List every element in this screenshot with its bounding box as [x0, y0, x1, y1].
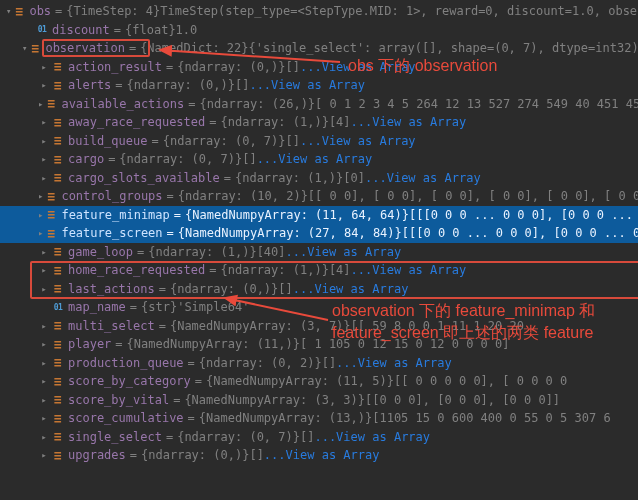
list-icon — [51, 374, 65, 388]
equals-sign: = — [188, 97, 195, 111]
tree-row-upgrades[interactable]: ▸upgrades = {ndarray: (0,)} []...View as… — [0, 446, 638, 465]
tree-row-feature_minimap[interactable]: ▸feature_minimap = {NamedNumpyArray: (11… — [0, 206, 638, 225]
chevron-right-icon[interactable]: ▸ — [38, 320, 50, 332]
variable-type: {ndarray: (1,)} — [221, 263, 329, 277]
tree-row-last_actions[interactable]: ▸last_actions = {ndarray: (0,)} []...Vie… — [0, 280, 638, 299]
tree-row-control_groups[interactable]: ▸control_groups = {ndarray: (10, 2)} [[ … — [0, 187, 638, 206]
variable-type: {ndarray: (0,)} — [170, 282, 278, 296]
view-as-array-link[interactable]: ...View as Array — [257, 152, 373, 166]
chevron-right-icon[interactable]: ▸ — [38, 135, 50, 147]
tree-row-discount[interactable]: discount = {float} 1.0 — [0, 21, 638, 40]
variable-name: game_loop — [68, 245, 133, 259]
tree-row-game_loop[interactable]: ▸game_loop = {ndarray: (1,)} [40]...View… — [0, 243, 638, 262]
tree-row-cargo_slots_available[interactable]: ▸cargo_slots_available = {ndarray: (1,)}… — [0, 169, 638, 188]
tree-row-cargo[interactable]: ▸cargo = {ndarray: (0, 7)} []...View as … — [0, 150, 638, 169]
chevron-right-icon[interactable]: ▸ — [38, 394, 50, 406]
tree-row-action_result[interactable]: ▸action_result = {ndarray: (0,)} []...Vi… — [0, 58, 638, 77]
tree-row-build_queue[interactable]: ▸build_queue = {ndarray: (0, 7)} []...Vi… — [0, 132, 638, 151]
view-as-array-link[interactable]: ...View as Array — [264, 448, 380, 462]
variable-value: [[[0 0 0 ... 0 0 0], [0 0 0 ... 0 0 0], … — [409, 208, 638, 222]
tree-row-available_actions[interactable]: ▸available_actions = {ndarray: (26,)} [ … — [0, 95, 638, 114]
variable-name: alerts — [68, 78, 111, 92]
tree-row-away_race_requested[interactable]: ▸away_race_requested = {ndarray: (1,)} [… — [0, 113, 638, 132]
view-as-array-link[interactable]: ...View as Array — [286, 245, 402, 259]
view-as-array-link[interactable]: ...View as Array — [249, 78, 365, 92]
chevron-right-icon[interactable]: ▸ — [38, 209, 43, 221]
variable-type: {ndarray: (1,)} — [148, 245, 256, 259]
variable-type: {ndarray: (0,)} — [177, 60, 285, 74]
chevron-right-icon[interactable]: ▸ — [38, 227, 43, 239]
tree-row-obs[interactable]: ▾obs = {TimeStep: 4} TimeStep(step_type=… — [0, 2, 638, 21]
tree-row-score_cumulative[interactable]: ▸score_cumulative = {NamedNumpyArray: (1… — [0, 409, 638, 428]
list-icon — [12, 4, 26, 18]
equals-sign: = — [130, 300, 137, 314]
tree-row-single_select[interactable]: ▸single_select = {ndarray: (0, 7)} []...… — [0, 428, 638, 447]
variable-value: [] — [286, 60, 300, 74]
chevron-right-icon[interactable]: ▸ — [38, 79, 50, 91]
variable-name: home_race_requested — [68, 263, 205, 277]
list-icon — [51, 430, 65, 444]
list-icon — [28, 41, 42, 55]
variable-name: last_actions — [68, 282, 155, 296]
variable-type: {ndarray: (10, 2)} — [178, 189, 308, 203]
chevron-right-icon[interactable]: ▸ — [38, 264, 50, 276]
chevron-right-icon[interactable]: ▸ — [38, 98, 43, 110]
tree-row-player[interactable]: ▸player = {NamedNumpyArray: (11,)} [ 1 1… — [0, 335, 638, 354]
tree-row-map_name[interactable]: map_name = {str} 'Simple64' — [0, 298, 638, 317]
view-as-array-link[interactable]: ...View as Array — [365, 171, 481, 185]
equals-sign: = — [114, 23, 121, 37]
tree-row-score_by_vital[interactable]: ▸score_by_vital = {NamedNumpyArray: (3, … — [0, 391, 638, 410]
chevron-right-icon[interactable]: ▸ — [38, 246, 50, 258]
equals-sign: = — [209, 263, 216, 277]
view-as-array-link[interactable]: ...View as Array — [293, 282, 409, 296]
variable-type: {NamedDict: 22} — [140, 41, 248, 55]
chevron-right-icon[interactable]: ▸ — [38, 431, 50, 443]
chevron-right-icon[interactable]: ▸ — [38, 190, 43, 202]
list-icon — [51, 245, 65, 259]
list-icon — [51, 263, 65, 277]
tree-row-home_race_requested[interactable]: ▸home_race_requested = {ndarray: (1,)} [… — [0, 261, 638, 280]
variable-name: player — [68, 337, 111, 351]
view-as-array-link[interactable]: ...View as Array — [336, 356, 452, 370]
tree-row-feature_screen[interactable]: ▸feature_screen = {NamedNumpyArray: (27,… — [0, 224, 638, 243]
chevron-down-icon[interactable]: ▾ — [22, 42, 27, 54]
list-icon — [51, 152, 65, 166]
chevron-right-icon[interactable]: ▸ — [38, 449, 50, 461]
list-icon — [51, 411, 65, 425]
chevron-right-icon[interactable]: ▸ — [38, 116, 50, 128]
variable-value: [0] — [343, 171, 365, 185]
variable-value: [] — [242, 152, 256, 166]
chevron-right-icon[interactable]: ▸ — [38, 61, 50, 73]
chevron-down-icon[interactable]: ▾ — [6, 5, 11, 17]
variable-name: score_by_category — [68, 374, 191, 388]
chevron-right-icon[interactable]: ▸ — [38, 153, 50, 165]
equals-sign: = — [209, 115, 216, 129]
view-as-array-link[interactable]: ...View as Array — [300, 134, 416, 148]
variable-type: {ndarray: (0,)} — [141, 448, 249, 462]
equals-sign: = — [108, 152, 115, 166]
chevron-right-icon[interactable]: ▸ — [38, 172, 50, 184]
chevron-right-icon[interactable]: ▸ — [38, 283, 50, 295]
chevron-right-icon[interactable]: ▸ — [38, 357, 50, 369]
list-icon — [44, 97, 58, 111]
tree-row-multi_select[interactable]: ▸multi_select = {NamedNumpyArray: (3, 7)… — [0, 317, 638, 336]
tree-row-production_queue[interactable]: ▸production_queue = {ndarray: (0, 2)} []… — [0, 354, 638, 373]
tree-row-score_by_category[interactable]: ▸score_by_category = {NamedNumpyArray: (… — [0, 372, 638, 391]
equals-sign: = — [188, 411, 195, 425]
view-as-array-link[interactable]: ...View as Array — [351, 263, 467, 277]
view-as-array-link[interactable]: ...View as Array — [351, 115, 467, 129]
variable-type: {NamedNumpyArray: (13,)} — [199, 411, 372, 425]
view-as-array-link[interactable]: ...View as Array — [314, 430, 430, 444]
chevron-right-icon[interactable]: ▸ — [38, 338, 50, 350]
list-icon — [44, 226, 58, 240]
chevron-right-icon[interactable]: ▸ — [38, 412, 50, 424]
variable-value: 'Simple64' — [177, 300, 249, 314]
chevron-right-icon[interactable]: ▸ — [38, 375, 50, 387]
list-icon — [51, 393, 65, 407]
view-as-array-link[interactable]: ...View as Array — [300, 60, 416, 74]
tree-row-alerts[interactable]: ▸alerts = {ndarray: (0,)} []...View as A… — [0, 76, 638, 95]
tree-row-observation[interactable]: ▾observation = {NamedDict: 22} {'single_… — [0, 39, 638, 58]
variable-value: [40] — [257, 245, 286, 259]
variable-type: {NamedNumpyArray: (11, 64, 64)} — [185, 208, 409, 222]
variable-type: {ndarray: (0, 7)} — [163, 134, 286, 148]
